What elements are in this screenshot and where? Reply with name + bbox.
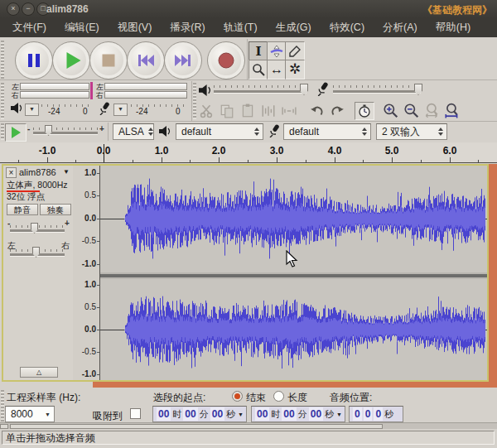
recording-meter-left-bar[interactable] [104,83,187,90]
zoom-out-button[interactable] [403,103,419,118]
playback-speed-thumb[interactable] [45,125,52,136]
time-digits[interactable]: 00 [282,407,296,421]
time-digits[interactable]: 00 [309,407,323,421]
time-digits[interactable]: 00 [157,407,171,421]
playback-meter-dropdown[interactable]: ▼ [25,104,39,116]
track-menu-dropdown[interactable]: ▼ [63,168,70,176]
playback-device-select[interactable]: default [176,123,263,140]
solo-button[interactable]: 独奏 [40,204,71,215]
recording-meter-dropdown[interactable]: ▼ [113,104,128,116]
waveform-display [100,166,487,380]
dropdown-icon[interactable]: ▼ [336,412,342,417]
menu-effect[interactable]: 特效(C) [322,18,372,37]
waveform-channel-right[interactable] [100,279,487,380]
stop-button[interactable] [89,41,128,79]
spinner-icon[interactable] [434,128,443,136]
mixer-toolbar-grip[interactable] [193,83,196,119]
gain-slider-thumb[interactable] [31,223,38,234]
fit-selection-button[interactable] [424,103,440,118]
copy-button[interactable] [220,104,234,118]
audio-host-select[interactable]: ALSA [113,123,154,140]
time-digits[interactable]: 0 [364,407,373,421]
recording-channels-select[interactable]: 2 双输入 [376,123,447,140]
timer-record-button[interactable] [355,102,374,120]
menu-help[interactable]: 帮助(H) [428,18,478,37]
playback-speed-slider[interactable] [33,132,98,134]
selection-start-timefield[interactable]: 00时 00分 00秒 ▼ [152,406,247,422]
paste-button[interactable] [240,104,255,118]
time-digits[interactable]: 00 [210,407,224,421]
menu-view[interactable]: 视图(V) [110,18,160,37]
vruler-label: 0.5 [84,302,96,312]
silence-audio-button[interactable] [282,104,297,118]
spinner-icon[interactable] [144,128,153,136]
track-title[interactable]: alim8786 [19,167,56,177]
menu-transport[interactable]: 播录(R) [162,18,212,37]
skip-to-start-button[interactable] [127,41,165,79]
window-minimize-button[interactable]: − [22,2,35,16]
menu-analyze[interactable]: 分析(A) [375,18,425,37]
cut-button[interactable] [199,104,214,118]
time-digits[interactable]: 00 [183,407,197,421]
undo-icon [310,104,325,118]
multi-tool-button[interactable]: ✲ [285,60,305,79]
audio-position-timefield[interactable]: 0 0 0 秒 [349,406,403,422]
envelope-tool-button[interactable] [267,41,287,61]
playback-meter-right-bar[interactable] [20,91,89,99]
spinner-icon[interactable] [358,128,367,136]
menu-edit[interactable]: 编辑(E) [57,18,107,37]
end-radio-button[interactable] [232,391,243,402]
play-button[interactable] [52,41,90,79]
pan-slider-thumb[interactable] [32,247,40,258]
menu-tracks[interactable]: 轨道(T) [216,18,265,37]
time-digits[interactable]: 0 [374,407,383,421]
fit-project-button[interactable] [444,103,460,118]
menu-generate[interactable]: 生成(G) [268,18,319,37]
undo-button[interactable] [310,104,325,118]
vertical-scale-ruler[interactable]: 1.0 0.5 0.0 -0.5 -1.0 1.0 0.5 0.0 -0.5 -… [73,166,100,380]
project-rate-select[interactable]: 8000 ▼ [5,406,55,422]
input-volume-slider[interactable] [333,90,421,93]
selection-tool-button[interactable]: I [248,41,268,61]
zoom-in-button[interactable] [383,103,398,118]
track-collapse-button[interactable]: △ [20,367,58,378]
mute-button[interactable]: 静音 [7,204,38,215]
spinner-icon[interactable] [250,128,259,136]
pause-button[interactable] [15,41,53,79]
time-digits[interactable]: 00 [255,407,269,421]
meter-toolbar-grip[interactable] [1,83,4,119]
redo-button[interactable] [330,104,345,118]
collapse-icon: △ [36,369,41,376]
transcription-toolbar-grip[interactable] [1,123,4,140]
input-volume-thumb[interactable] [414,84,422,95]
trim-audio-button[interactable] [261,104,276,118]
draw-tool-button[interactable] [285,41,305,61]
track-close-button[interactable]: × [6,167,17,178]
timeline-ruler[interactable]: -1.0 0.0 1.0 2.0 3.0 4.0 5.0 6.0 [0,142,497,163]
recording-device-select[interactable]: default [283,123,371,140]
time-shift-tool-button[interactable]: ↔ [267,60,287,79]
playback-meter-left-bar[interactable] [20,83,89,90]
project-rate-label: 工程采样率 (Hz): [7,391,80,405]
selection-toolbar-grip[interactable] [1,390,4,422]
skip-to-end-button[interactable] [164,41,202,79]
transport-toolbar-grip[interactable] [1,41,4,79]
selection-end-timefield[interactable]: 00时 00分 00秒 ▼ [251,406,345,422]
length-radio-label: 长度 [287,391,307,405]
window-close-button[interactable]: × [7,2,20,16]
snap-to-checkbox[interactable] [130,408,141,419]
play-meter-left-label: 左 [12,83,19,91]
output-volume-thumb[interactable] [300,84,308,95]
record-button[interactable] [207,41,245,79]
horizontal-scrollbar[interactable] [0,422,497,429]
menu-file[interactable]: 文件(F) [5,18,54,37]
zoom-tool-button[interactable] [248,60,268,79]
recording-meter-right-bar[interactable] [104,91,187,99]
play-at-speed-button[interactable] [5,123,27,142]
time-digits[interactable]: 0 [353,407,362,421]
dropdown-icon[interactable]: ▼ [238,412,244,417]
vertical-scrollbar-highlight[interactable] [489,164,497,388]
play-meter-minus24-label: -24 [48,107,60,116]
output-volume-slider[interactable] [214,90,306,93]
length-radio-button[interactable] [273,391,284,402]
